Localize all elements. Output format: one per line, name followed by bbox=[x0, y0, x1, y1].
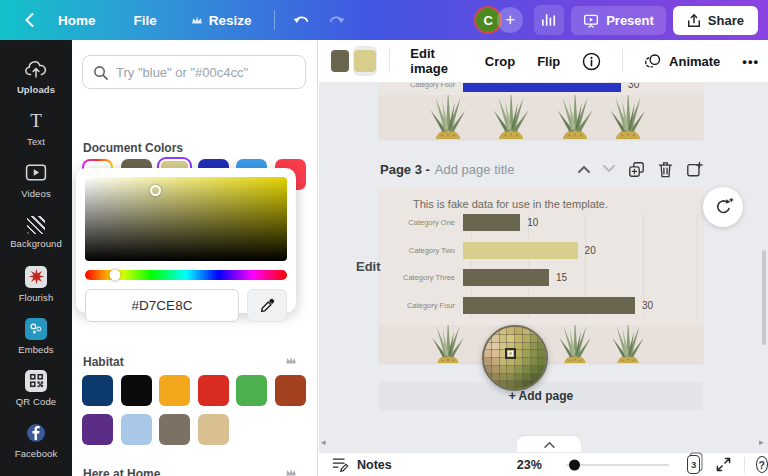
chart-caption: This is fake data for use in the templat… bbox=[413, 198, 608, 210]
palette-color-swatch[interactable] bbox=[159, 375, 190, 406]
undo-icon[interactable] bbox=[287, 5, 317, 35]
page-title-placeholder[interactable]: Add page title bbox=[435, 162, 515, 177]
resize-button[interactable]: Resize bbox=[181, 7, 262, 34]
move-page-up-icon[interactable] bbox=[578, 165, 590, 173]
delete-page-icon[interactable] bbox=[658, 161, 673, 178]
eyedropper-target-square bbox=[505, 348, 516, 359]
palette-color-swatch[interactable] bbox=[275, 375, 306, 406]
color-search-input[interactable] bbox=[116, 65, 295, 80]
sidebar-item-flourish[interactable]: Flourish bbox=[0, 258, 72, 310]
text-icon: T bbox=[25, 110, 47, 132]
palette-color-swatch[interactable] bbox=[159, 414, 190, 445]
insights-chart-icon[interactable] bbox=[534, 5, 564, 35]
image-edit-toolbar: Edit image Crop Flip Animate ••• bbox=[319, 40, 768, 83]
vertical-scrollbar[interactable] bbox=[762, 250, 766, 345]
palette-color-swatch[interactable] bbox=[198, 375, 229, 406]
zoom-slider-handle[interactable] bbox=[569, 459, 580, 470]
chart-bar-row[interactable]: Category Three15 bbox=[379, 269, 567, 286]
document-colors-label: Document Colors bbox=[83, 141, 183, 155]
qr-code-icon bbox=[25, 370, 47, 392]
notes-icon bbox=[332, 457, 349, 472]
color-selector-cursor[interactable] bbox=[150, 185, 161, 196]
page-count-badge[interactable]: 3 bbox=[687, 455, 700, 474]
element-color-swatch-olive[interactable] bbox=[331, 50, 349, 72]
flip-button[interactable]: Flip bbox=[528, 48, 569, 75]
element-color-swatch-selected[interactable] bbox=[353, 46, 377, 76]
object-panel-rail: Uploads T Text Videos Background Flouris… bbox=[0, 40, 72, 476]
divider bbox=[622, 49, 623, 73]
add-page-button[interactable]: + Add page bbox=[379, 382, 703, 410]
brand-kit-edit-link[interactable]: Edit bbox=[356, 259, 381, 274]
add-member-button[interactable]: + bbox=[497, 7, 523, 33]
sidebar-item-uploads[interactable]: Uploads bbox=[0, 50, 72, 102]
duplicate-page-icon[interactable] bbox=[628, 161, 645, 178]
palette-color-swatch[interactable] bbox=[236, 375, 267, 406]
palette-habitat-label: Habitat bbox=[83, 355, 124, 369]
collapse-panel-tab[interactable] bbox=[517, 436, 581, 452]
chart-bar-row[interactable]: Category Two20 bbox=[379, 242, 596, 259]
chart-category-label: Category Three bbox=[379, 273, 463, 282]
crop-button[interactable]: Crop bbox=[476, 48, 524, 75]
saturation-brightness-area[interactable] bbox=[85, 177, 287, 261]
sidebar-item-videos[interactable]: Videos bbox=[0, 154, 72, 206]
chart-bar[interactable] bbox=[463, 214, 520, 231]
page2-bar-row: Category Four 30 bbox=[379, 83, 639, 92]
file-menu[interactable]: File bbox=[124, 7, 167, 34]
notes-button[interactable]: Notes bbox=[332, 457, 392, 472]
sidebar-item-background[interactable]: Background bbox=[0, 206, 72, 258]
sidebar-item-facebook[interactable]: Facebook bbox=[0, 414, 72, 466]
palette-here-at-home-label: Here at Home bbox=[83, 467, 160, 476]
sidebar-item-qr-code[interactable]: QR Code bbox=[0, 362, 72, 414]
fullscreen-icon[interactable] bbox=[716, 457, 731, 472]
sidebar-item-text[interactable]: T Text bbox=[0, 102, 72, 154]
chart-bar[interactable] bbox=[463, 297, 635, 314]
status-bar: Notes 23% 3 ? bbox=[319, 452, 768, 476]
help-button[interactable]: ? bbox=[756, 456, 768, 473]
palette-color-swatch[interactable] bbox=[121, 375, 152, 406]
chart-value-label: 15 bbox=[556, 272, 567, 283]
divider bbox=[389, 49, 390, 73]
chart-bar[interactable] bbox=[463, 269, 549, 286]
uploads-cloud-icon bbox=[25, 58, 47, 80]
home-button[interactable]: Home bbox=[48, 7, 106, 34]
chart-bar-row[interactable]: Category One10 bbox=[379, 214, 538, 231]
page2-category-four-bar[interactable] bbox=[463, 83, 621, 92]
color-picker-popup bbox=[76, 168, 296, 313]
palette-color-swatch[interactable] bbox=[121, 414, 152, 445]
edit-image-button[interactable]: Edit image bbox=[401, 40, 471, 82]
chart-bar[interactable] bbox=[463, 242, 578, 259]
move-page-down-icon[interactable] bbox=[603, 165, 615, 173]
hue-slider[interactable] bbox=[85, 270, 287, 280]
shuffle-styles-button[interactable] bbox=[703, 187, 743, 227]
redo-icon[interactable] bbox=[321, 5, 351, 35]
color-search[interactable] bbox=[82, 55, 306, 89]
present-screen-icon bbox=[583, 13, 599, 28]
info-icon[interactable] bbox=[573, 46, 610, 77]
add-page-icon[interactable] bbox=[686, 161, 703, 178]
zoom-slider[interactable] bbox=[566, 464, 670, 466]
divider bbox=[744, 457, 745, 473]
present-button[interactable]: Present bbox=[571, 6, 666, 35]
pineapple-photo-strip[interactable] bbox=[379, 95, 703, 139]
crown-icon bbox=[285, 355, 297, 365]
scroll-left-arrow[interactable]: ◂ bbox=[321, 437, 326, 447]
hex-color-input[interactable] bbox=[85, 289, 239, 322]
share-button[interactable]: Share bbox=[673, 6, 758, 35]
palette-color-swatch[interactable] bbox=[82, 414, 113, 445]
background-stripes-icon bbox=[27, 216, 45, 234]
hue-slider-handle[interactable] bbox=[110, 270, 121, 281]
scroll-right-arrow[interactable]: ▸ bbox=[759, 437, 764, 447]
eyedropper-button[interactable] bbox=[247, 289, 287, 322]
palette-color-swatch[interactable] bbox=[198, 414, 229, 445]
share-upload-icon bbox=[687, 13, 701, 28]
page-3-header: Page 3 - Add page title bbox=[380, 158, 703, 180]
page-2[interactable]: Category Four 30 bbox=[379, 83, 703, 139]
chart-bar-row[interactable]: Category Four30 bbox=[379, 297, 653, 314]
back-chevron-icon[interactable] bbox=[14, 5, 44, 35]
sidebar-item-embeds[interactable]: Embeds bbox=[0, 310, 72, 362]
more-options-button[interactable]: ••• bbox=[733, 48, 768, 75]
animate-icon bbox=[644, 52, 662, 70]
animate-button[interactable]: Animate bbox=[635, 46, 729, 76]
zoom-percentage: 23% bbox=[517, 458, 542, 472]
palette-color-swatch[interactable] bbox=[82, 375, 113, 406]
